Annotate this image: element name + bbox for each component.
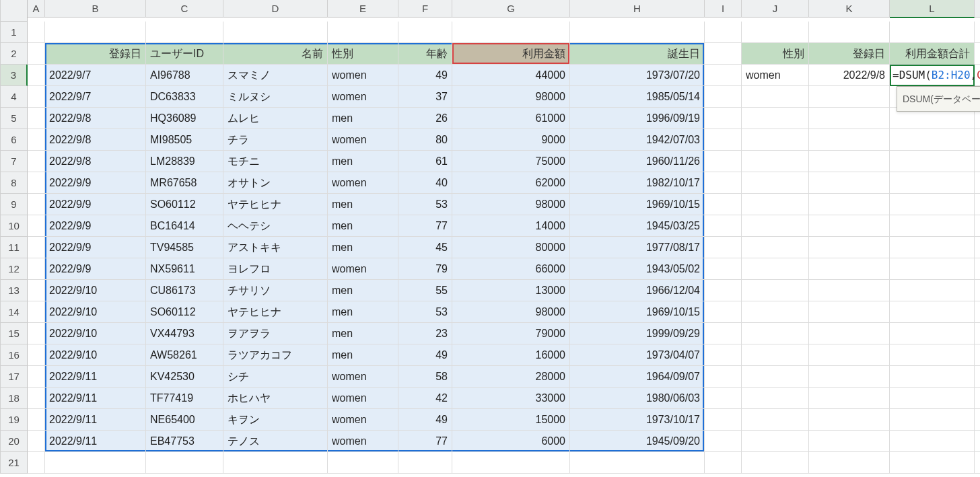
active-formula-cell[interactable]: =DSUM(B2:H20,G2,DSUM(データベース, フィー [890,65,975,86]
table-cell-D3[interactable]: スマミノ [223,65,328,86]
row-header-10[interactable]: 10 [1,215,28,237]
cell-A16[interactable] [28,344,45,366]
table-cell-C10[interactable]: BC16414 [146,215,223,237]
table-cell-G4[interactable]: 98000 [452,86,570,108]
cell-I5[interactable] [705,108,742,129]
cell-A12[interactable] [28,258,45,280]
cell-L8[interactable] [890,172,975,194]
cell-J19[interactable] [742,409,809,431]
table-cell-C16[interactable]: AW58261 [146,344,223,366]
table-cell-F20[interactable]: 77 [398,431,452,452]
col-header-K[interactable]: K [809,0,890,17]
row-header-3[interactable]: 3 [1,65,28,86]
cell-A3[interactable] [28,65,45,86]
cell-K13[interactable] [809,280,890,301]
table-header-D[interactable]: 名前 [223,43,328,65]
table-cell-C4[interactable]: DC63833 [146,86,223,108]
row-header-15[interactable]: 15 [1,323,28,344]
row-header-4[interactable]: 4 [1,86,28,108]
cell-C1[interactable] [146,22,223,43]
formula-input[interactable]: =DSUM(B2:H20,G2, [893,65,980,86]
table-cell-C11[interactable]: TV94585 [146,237,223,258]
col-header-C[interactable]: C [146,0,223,17]
cell-I9[interactable] [705,194,742,215]
table-cell-F11[interactable]: 45 [398,237,452,258]
cell-L14[interactable] [890,301,975,323]
table-cell-D15[interactable]: ヲアヲラ [223,323,328,344]
table-cell-G16[interactable]: 16000 [452,344,570,366]
table-cell-F4[interactable]: 37 [398,86,452,108]
cell-K8[interactable] [809,172,890,194]
cell-A1[interactable] [28,22,45,43]
cell-I8[interactable] [705,172,742,194]
table-cell-G13[interactable]: 13000 [452,280,570,301]
table-cell-H9[interactable]: 1969/10/15 [570,194,705,215]
cell-J6[interactable] [742,129,809,151]
table-cell-F13[interactable]: 55 [398,280,452,301]
table-cell-D16[interactable]: ラツアカコフ [223,344,328,366]
table-cell-D18[interactable]: ホヒハヤ [223,388,328,409]
table-cell-H6[interactable]: 1942/07/03 [570,129,705,151]
cell-A4[interactable] [28,86,45,108]
table-cell-E15[interactable]: men [328,323,398,344]
row-header-18[interactable]: 18 [1,388,28,409]
table-cell-E4[interactable]: women [328,86,398,108]
table-cell-E18[interactable]: women [328,388,398,409]
row-header-16[interactable]: 16 [1,344,28,366]
cell-L20[interactable] [890,431,975,452]
table-cell-H10[interactable]: 1945/03/25 [570,215,705,237]
cell-J10[interactable] [742,215,809,237]
cell-J9[interactable] [742,194,809,215]
cell-L9[interactable] [890,194,975,215]
select-all-corner[interactable] [1,0,28,22]
table-cell-G14[interactable]: 98000 [452,301,570,323]
table-cell-C12[interactable]: NX59611 [146,258,223,280]
table-cell-B10[interactable]: 2022/9/9 [45,215,146,237]
table-cell-G5[interactable]: 61000 [452,108,570,129]
cell-K12[interactable] [809,258,890,280]
cell-A11[interactable] [28,237,45,258]
col-header-E[interactable]: E [328,0,398,17]
cell-K20[interactable] [809,431,890,452]
cell-M7[interactable] [975,151,980,172]
table-cell-F19[interactable]: 49 [398,409,452,431]
cell-F21[interactable] [398,452,452,474]
cell-M9[interactable] [975,194,980,215]
table-cell-F18[interactable]: 42 [398,388,452,409]
cell-A9[interactable] [28,194,45,215]
cell-K4[interactable] [809,86,890,108]
table-header-B[interactable]: 登録日 [45,43,146,65]
cell-A19[interactable] [28,409,45,431]
table-cell-E11[interactable]: men [328,237,398,258]
cell-J12[interactable] [742,258,809,280]
table-cell-C6[interactable]: MI98505 [146,129,223,151]
table-cell-G19[interactable]: 15000 [452,409,570,431]
cell-M8[interactable] [975,172,980,194]
table-cell-C15[interactable]: VX44793 [146,323,223,344]
table-header-E[interactable]: 性別 [328,43,398,65]
cell-K16[interactable] [809,344,890,366]
cell-I16[interactable] [705,344,742,366]
cell-F1[interactable] [398,22,452,43]
table-cell-B16[interactable]: 2022/9/10 [45,344,146,366]
table-cell-G8[interactable]: 62000 [452,172,570,194]
cell-M13[interactable] [975,280,980,301]
table-cell-D14[interactable]: ヤテヒヒナ [223,301,328,323]
col-header-I[interactable]: I [705,0,742,17]
table-cell-B17[interactable]: 2022/9/11 [45,366,146,388]
table-cell-C14[interactable]: SO60112 [146,301,223,323]
cell-L12[interactable] [890,258,975,280]
cell-K15[interactable] [809,323,890,344]
cell-J13[interactable] [742,280,809,301]
table-cell-F3[interactable]: 49 [398,65,452,86]
cell-A20[interactable] [28,431,45,452]
cell-J4[interactable] [742,86,809,108]
criteria-value-date[interactable]: 2022/9/8 [809,65,890,86]
cell-A6[interactable] [28,129,45,151]
table-cell-B15[interactable]: 2022/9/10 [45,323,146,344]
cell-L6[interactable] [890,129,975,151]
criteria-header-L[interactable]: 利用金額合計 [890,43,975,65]
table-cell-E10[interactable]: men [328,215,398,237]
cell-G1[interactable] [452,22,570,43]
row-header-19[interactable]: 19 [1,409,28,431]
